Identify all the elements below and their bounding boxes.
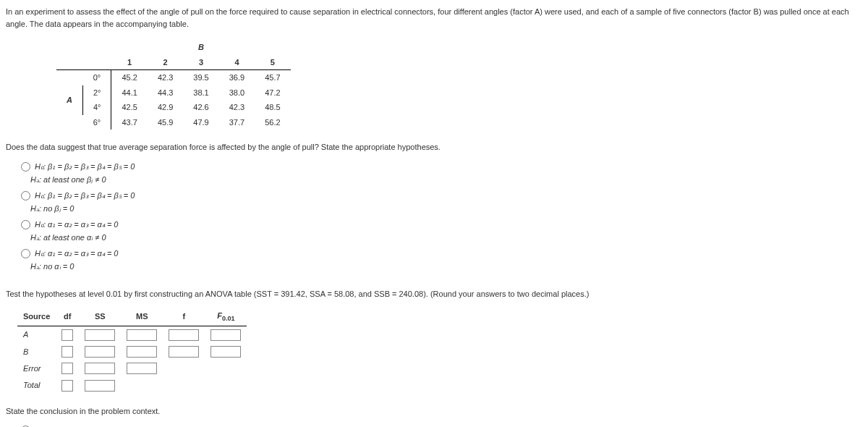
intro-text: In an experiment to assess the effect of… [6, 6, 862, 30]
f-B-input[interactable] [169, 346, 199, 358]
df-T-input[interactable] [61, 380, 73, 392]
f-A-input[interactable] [169, 329, 199, 341]
B-label: B [183, 40, 218, 55]
ss-T-input[interactable] [85, 380, 115, 392]
ss-A-input[interactable] [85, 329, 115, 341]
hyp-radio-2[interactable] [21, 191, 30, 200]
ms-A-input[interactable] [127, 329, 157, 341]
ss-E-input[interactable] [85, 363, 115, 374]
hyp-radio-4[interactable] [21, 249, 30, 258]
ms-E-input[interactable] [127, 363, 157, 374]
hyp-radio-3[interactable] [21, 220, 30, 229]
conclusion-options: Fail to reject H₀. The data does not sug… [17, 424, 862, 427]
hyp-radio-1[interactable] [21, 162, 30, 172]
df-A-input[interactable] [61, 329, 73, 341]
ss-B-input[interactable] [85, 346, 115, 358]
data-table: B 1 2 3 4 5 0°45.242.339.536.945.7 A2°44… [56, 40, 291, 130]
F-A-input[interactable] [210, 329, 241, 341]
A-label: A [56, 85, 82, 115]
F-B-input[interactable] [210, 346, 241, 358]
q1-text: Does the data suggest that true average … [6, 141, 862, 153]
hypothesis-options: H₀: β₁ = β₂ = β₃ = β₄ = β₅ = 0Hₐ: at lea… [17, 161, 862, 273]
df-B-input[interactable] [61, 346, 73, 358]
df-E-input[interactable] [61, 363, 73, 374]
q3-text: State the conclusion in the problem cont… [6, 405, 862, 418]
ms-B-input[interactable] [127, 346, 157, 358]
q2-text: Test the hypotheses at level 0.01 by fir… [6, 288, 862, 300]
anova-table: Source df SS MS f F0.01 A B Error Total [17, 308, 247, 394]
